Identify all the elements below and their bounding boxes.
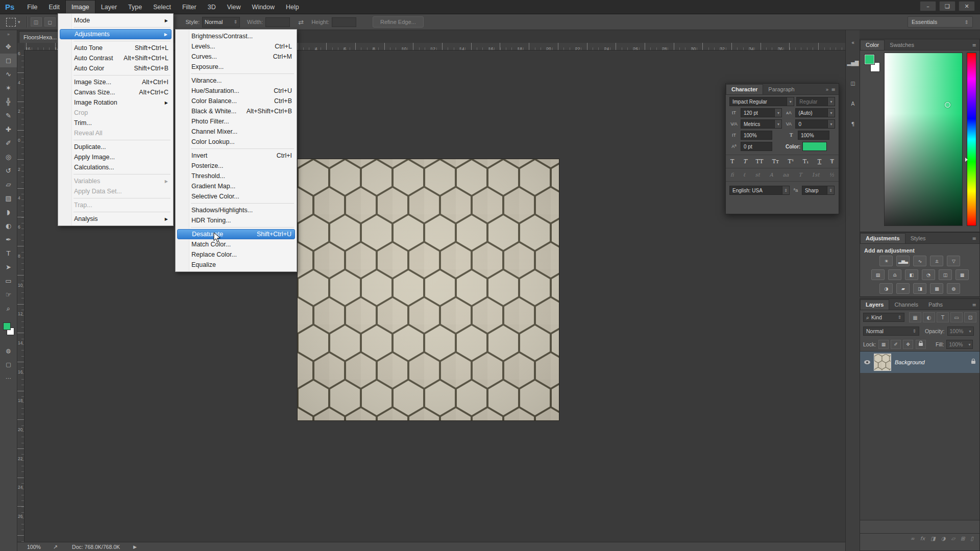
menu-item-vibrance[interactable]: Vibrance... ▶ xyxy=(177,76,295,86)
all-caps-button[interactable]: TT xyxy=(755,158,763,165)
filter-type-layers-icon[interactable]: T xyxy=(937,312,949,322)
saturation-brightness-field[interactable] xyxy=(884,53,963,226)
menu-item-auto-tone[interactable]: Auto Tone Shift+Ctrl+L ▶ xyxy=(60,43,172,53)
add-to-selection-icon[interactable]: ◫ xyxy=(31,17,42,27)
menu-item-reveal-all[interactable]: Reveal All ▶ xyxy=(60,128,172,138)
menu-image[interactable]: Image xyxy=(65,0,95,14)
dodge-tool[interactable]: ◐ xyxy=(0,219,17,233)
tab-paths[interactable]: Paths xyxy=(923,300,948,310)
vibrance-icon[interactable]: ▽ xyxy=(947,256,960,266)
tool-preset-caret-icon[interactable]: ▾ xyxy=(18,19,20,24)
menu-item-canvas-size[interactable]: Canvas Size... Alt+Ctrl+C ▶ xyxy=(60,87,172,97)
menu-item-auto-contrast[interactable]: Auto Contrast Alt+Shift+Ctrl+L ▶ xyxy=(60,53,172,63)
filter-shape-layers-icon[interactable]: ▭ xyxy=(950,312,963,322)
gradient-tool[interactable]: ▧ xyxy=(0,191,17,205)
font-style-dropdown[interactable]: Regular ▾ xyxy=(796,97,835,106)
menu-item-variables[interactable]: Variables ▶ xyxy=(60,176,172,186)
delete-layer-icon[interactable]: ▯ xyxy=(970,536,973,541)
menu-filter[interactable]: Filter xyxy=(177,0,202,14)
menu-item-replace-color[interactable]: Replace Color... ▶ xyxy=(177,249,295,260)
swap-dimensions-icon[interactable]: ⇄ xyxy=(298,18,304,26)
menu-layer[interactable]: Layer xyxy=(95,0,122,14)
tab-color[interactable]: Color xyxy=(860,40,885,50)
menu-item-hue-saturation[interactable]: Hue/Saturation... Ctrl+U ▶ xyxy=(177,86,295,96)
gradient-map-icon[interactable]: ▩ xyxy=(930,283,943,294)
tab-character[interactable]: Character xyxy=(726,84,763,94)
menu-help[interactable]: Help xyxy=(280,0,305,14)
menu-item-black-white[interactable]: Black & White... Alt+Shift+Ctrl+B ▶ xyxy=(177,106,295,116)
menu-item-calculations[interactable]: Calculations... ▶ xyxy=(60,162,172,172)
threshold-icon[interactable]: ◨ xyxy=(913,283,926,294)
font-family-dropdown[interactable]: Impact Regular ▾ xyxy=(729,97,794,106)
tab-paragraph[interactable]: Paragraph xyxy=(763,85,799,94)
fill-value[interactable]: 100% ▾ xyxy=(946,340,973,349)
titling-alternates-button[interactable]: T xyxy=(798,172,802,178)
menu-item-posterize[interactable]: Posterize... ▶ xyxy=(177,161,295,171)
menu-item-levels[interactable]: Levels... Ctrl+L ▶ xyxy=(177,41,295,52)
menu-item-gradient-map[interactable]: Gradient Map... ▶ xyxy=(177,181,295,191)
menu-select[interactable]: Select xyxy=(148,0,177,14)
subtract-from-selection-icon[interactable]: ◻ xyxy=(44,17,56,27)
new-adjustment-layer-icon[interactable]: ◑ xyxy=(941,536,946,541)
discretionary-ligatures-button[interactable]: st xyxy=(755,172,760,178)
foreground-color-swatch[interactable] xyxy=(865,55,874,64)
path-selection-tool[interactable]: ➤ xyxy=(0,260,17,274)
tab-adjustments[interactable]: Adjustments xyxy=(860,233,905,243)
menu-item[interactable]: ▶ xyxy=(191,227,294,228)
lock-all-icon[interactable] xyxy=(916,340,926,349)
menu-item[interactable]: ▶ xyxy=(74,27,170,28)
eyedropper-tool[interactable]: ✎ xyxy=(0,109,17,122)
menu-item-apply-image[interactable]: Apply Image... ▶ xyxy=(60,152,172,162)
strikethrough-button[interactable]: Ŧ xyxy=(830,158,834,165)
minimize-button[interactable]: – xyxy=(920,1,936,11)
stylistic-alternates-button[interactable]: aa xyxy=(783,172,789,178)
layer-row-background[interactable]: Background xyxy=(860,352,979,373)
color-balance-icon[interactable]: ♎ xyxy=(888,269,901,280)
tab-styles[interactable]: Styles xyxy=(905,234,931,243)
height-input[interactable] xyxy=(332,17,356,27)
menu-edit[interactable]: Edit xyxy=(43,0,66,14)
lock-paint-icon[interactable]: ✐ xyxy=(891,340,901,349)
menu-item-desaturate[interactable]: Desaturate Shift+Ctrl+U ▶ xyxy=(177,229,295,239)
levels-icon[interactable]: ▂▅▃ xyxy=(896,256,910,266)
vertical-ruler[interactable]: 64202468101214161820222426 xyxy=(17,50,24,542)
menu-item-threshold[interactable]: Threshold... ▶ xyxy=(177,171,295,181)
photo-filter-icon[interactable]: ◔ xyxy=(922,269,935,280)
menu-item[interactable]: ▶ xyxy=(74,41,170,41)
exposure-icon[interactable]: ± xyxy=(930,256,943,266)
screen-mode-icon[interactable]: ▢ xyxy=(0,358,17,371)
menu-3d[interactable]: 3D xyxy=(202,0,222,14)
contextual-alternates-button[interactable]: ℓ xyxy=(744,172,746,178)
hand-tool[interactable]: ☞ xyxy=(0,288,17,302)
brightness-contrast-icon[interactable]: ☀ xyxy=(879,256,893,266)
history-brush-tool[interactable]: ↺ xyxy=(0,164,17,178)
menu-item-equalize[interactable]: Equalize ▶ xyxy=(177,260,295,270)
leading-dropdown[interactable]: (Auto) ▾ xyxy=(795,108,835,117)
superscript-button[interactable]: T¹ xyxy=(788,158,794,165)
panel-menu-icon[interactable]: ≡ xyxy=(972,302,976,308)
tracking-dropdown[interactable]: 0 ▾ xyxy=(795,119,835,129)
menu-item-color-lookup[interactable]: Color Lookup... ▶ xyxy=(177,137,295,147)
opacity-value[interactable]: 100% ▾ xyxy=(947,327,974,336)
ligatures-button[interactable]: fi xyxy=(730,172,734,178)
font-size-dropdown[interactable]: 120 pt ▾ xyxy=(741,108,782,117)
collapse-panel-icon[interactable]: » xyxy=(825,87,828,92)
menu-item-image-size[interactable]: Image Size... Alt+Ctrl+I ▶ xyxy=(60,77,172,87)
close-button[interactable]: ✕ xyxy=(959,1,975,11)
magic-wand-tool[interactable]: ✶ xyxy=(0,81,17,95)
panel-menu-icon[interactable]: ≡ xyxy=(831,87,836,92)
selective-color-icon[interactable]: ◍ xyxy=(947,283,960,294)
layer-group-icon[interactable]: ▱ xyxy=(951,536,955,541)
menu-item-shadows-highlights[interactable]: Shadows/Highlights... ▶ xyxy=(177,205,295,215)
menu-item[interactable]: ▶ xyxy=(74,198,170,198)
menu-item-image-rotation[interactable]: Image Rotation ▶ xyxy=(60,97,172,108)
restore-button[interactable]: ❏ xyxy=(939,1,955,11)
panel-menu-icon[interactable]: ≡ xyxy=(972,236,976,241)
toolbar-collapse-icon[interactable]: » xyxy=(0,30,17,40)
blur-tool[interactable]: ◗ xyxy=(0,205,17,219)
tab-swatches[interactable]: Swatches xyxy=(885,40,919,50)
ordinals-button[interactable]: 1st xyxy=(812,172,820,178)
expand-panels-icon[interactable]: « xyxy=(846,35,860,50)
tab-layers[interactable]: Layers xyxy=(860,299,889,310)
vertical-scale-field[interactable]: 100% xyxy=(741,131,772,140)
